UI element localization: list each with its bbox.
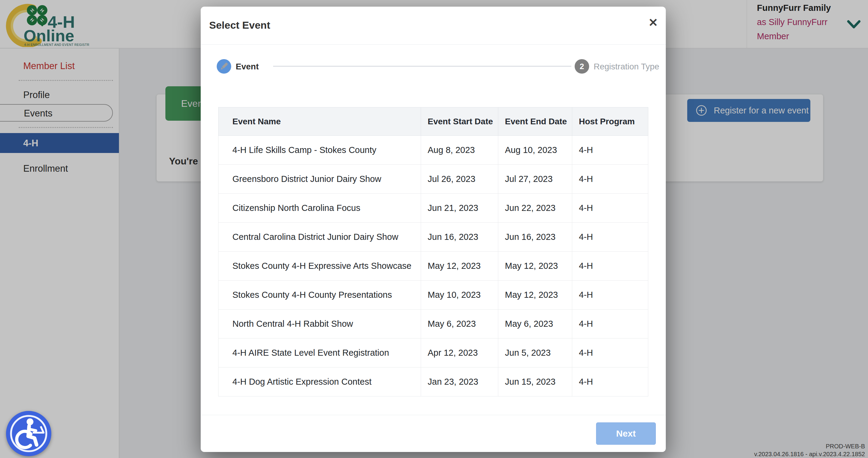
accessibility-icon: [6, 411, 51, 456]
pencil-icon: [217, 59, 231, 74]
app-root: H H H H 4-H Online 4-H ENROLLMENT AND EV…: [0, 0, 868, 458]
column-header-end-date: Event End Date: [498, 107, 572, 136]
stepper-connector: [273, 66, 571, 67]
column-header-host-program: Host Program: [572, 107, 648, 136]
column-header-start-date: Event Start Date: [421, 107, 498, 136]
event-start-cell: May 10, 2023: [421, 281, 498, 309]
event-start-cell: May 12, 2023: [421, 252, 498, 281]
event-end-cell: Jul 27, 2023: [498, 165, 572, 194]
event-end-cell: Jun 15, 2023: [498, 367, 572, 396]
accessibility-button[interactable]: [6, 411, 51, 456]
event-start-cell: Jun 21, 2023: [421, 194, 498, 223]
step-2-label: Registration Type: [594, 62, 659, 71]
event-end-cell: Jun 22, 2023: [498, 194, 572, 223]
event-start-cell: Jun 16, 2023: [421, 223, 498, 252]
event-host-cell: 4-H: [572, 252, 648, 281]
step-1-label: Event: [236, 62, 259, 71]
modal-title: Select Event: [209, 19, 270, 31]
step-1-indicator: [217, 59, 231, 74]
event-table-row[interactable]: 4-H Dog Artistic Expression Contest Jan …: [218, 367, 648, 396]
event-table: Event Name Event Start Date Event End Da…: [218, 107, 648, 396]
event-table-row[interactable]: North Central 4-H Rabbit Show May 6, 202…: [218, 309, 648, 338]
event-host-cell: 4-H: [572, 367, 648, 396]
event-name-cell: Stokes County 4-H Expressive Arts Showca…: [218, 252, 421, 281]
event-host-cell: 4-H: [572, 281, 648, 309]
event-host-cell: 4-H: [572, 223, 648, 252]
event-host-cell: 4-H: [572, 309, 648, 338]
event-table-row[interactable]: Citizenship North Carolina Focus Jun 21,…: [218, 194, 648, 223]
event-end-cell: Jun 16, 2023: [498, 223, 572, 252]
event-table-row[interactable]: Stokes County 4-H Expressive Arts Showca…: [218, 252, 648, 281]
event-start-cell: Apr 12, 2023: [421, 338, 498, 367]
modal-header-divider: [201, 44, 666, 45]
modal-close-button[interactable]: ✕: [648, 17, 658, 28]
modal-footer-divider: [201, 415, 666, 415]
event-start-cell: Jul 26, 2023: [421, 165, 498, 194]
event-table-row[interactable]: 4-H AIRE State Level Event Registration …: [218, 338, 648, 367]
event-name-cell: Citizenship North Carolina Focus: [218, 194, 421, 223]
event-name-cell: Stokes County 4-H County Presentations: [218, 281, 421, 309]
event-end-cell: Jun 5, 2023: [498, 338, 572, 367]
event-start-cell: Aug 8, 2023: [421, 136, 498, 165]
event-end-cell: May 6, 2023: [498, 309, 572, 338]
column-header-event-name: Event Name: [218, 107, 421, 136]
step-2-indicator: 2: [575, 59, 589, 74]
event-end-cell: Aug 10, 2023: [498, 136, 572, 165]
event-start-cell: May 6, 2023: [421, 309, 498, 338]
select-event-modal: Select Event ✕ Event 2 Registration Type…: [201, 7, 666, 452]
event-end-cell: May 12, 2023: [498, 281, 572, 309]
event-name-cell: 4-H Life Skills Camp - Stokes County: [218, 136, 421, 165]
event-table-row[interactable]: Stokes County 4-H County Presentations M…: [218, 281, 648, 309]
event-start-cell: Jan 23, 2023: [421, 367, 498, 396]
event-host-cell: 4-H: [572, 136, 648, 165]
event-name-cell: Greensboro District Junior Dairy Show: [218, 165, 421, 194]
event-name-cell: 4-H AIRE State Level Event Registration: [218, 338, 421, 367]
event-table-row[interactable]: Greensboro District Junior Dairy Show Ju…: [218, 165, 648, 194]
event-name-cell: 4-H Dog Artistic Expression Contest: [218, 367, 421, 396]
event-table-row[interactable]: Central Carolina District Junior Dairy S…: [218, 223, 648, 252]
event-host-cell: 4-H: [572, 338, 648, 367]
event-name-cell: North Central 4-H Rabbit Show: [218, 309, 421, 338]
event-table-row[interactable]: 4-H Life Skills Camp - Stokes County Aug…: [218, 136, 648, 165]
next-button[interactable]: Next: [596, 422, 656, 445]
event-table-header-row: Event Name Event Start Date Event End Da…: [218, 107, 648, 136]
event-end-cell: May 12, 2023: [498, 252, 572, 281]
event-host-cell: 4-H: [572, 165, 648, 194]
event-name-cell: Central Carolina District Junior Dairy S…: [218, 223, 421, 252]
event-host-cell: 4-H: [572, 194, 648, 223]
event-table-body: 4-H Life Skills Camp - Stokes County Aug…: [218, 136, 648, 396]
